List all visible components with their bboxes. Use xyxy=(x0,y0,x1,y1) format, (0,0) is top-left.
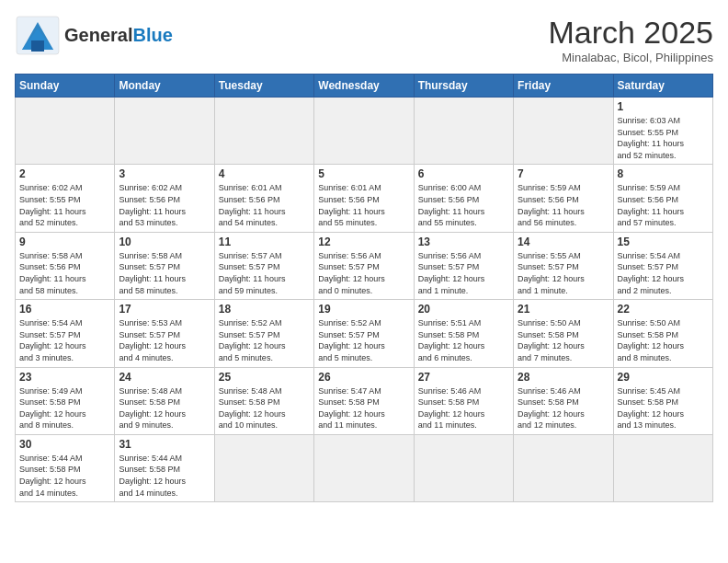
day-info: Sunrise: 5:53 AM Sunset: 5:57 PM Dayligh… xyxy=(119,317,210,363)
day-info: Sunrise: 5:54 AM Sunset: 5:57 PM Dayligh… xyxy=(618,250,709,296)
day-number: 5 xyxy=(318,167,409,180)
day-cell-13: 13Sunrise: 5:56 AM Sunset: 5:57 PM Dayli… xyxy=(414,232,513,299)
calendar-row: 30Sunrise: 5:44 AM Sunset: 5:58 PM Dayli… xyxy=(16,434,713,501)
empty-cell xyxy=(16,98,115,165)
day-cell-31: 31Sunrise: 5:44 AM Sunset: 5:58 PM Dayli… xyxy=(115,434,214,501)
day-info: Sunrise: 5:51 AM Sunset: 5:58 PM Dayligh… xyxy=(418,317,509,363)
day-number: 16 xyxy=(19,303,110,316)
weekday-saturday: Saturday xyxy=(613,75,712,98)
day-info: Sunrise: 5:44 AM Sunset: 5:58 PM Dayligh… xyxy=(19,453,110,499)
day-info: Sunrise: 5:52 AM Sunset: 5:57 PM Dayligh… xyxy=(219,317,310,363)
empty-cell xyxy=(514,434,613,501)
location: Minalabac, Bicol, Philippines xyxy=(548,51,713,64)
day-info: Sunrise: 6:00 AM Sunset: 5:56 PM Dayligh… xyxy=(418,182,509,228)
day-number: 9 xyxy=(19,236,110,248)
day-info: Sunrise: 5:50 AM Sunset: 5:58 PM Dayligh… xyxy=(618,317,709,363)
weekday-sunday: Sunday xyxy=(16,75,115,98)
empty-cell xyxy=(514,98,613,165)
day-number: 6 xyxy=(418,167,509,180)
day-number: 7 xyxy=(518,167,609,180)
day-info: Sunrise: 5:58 AM Sunset: 5:56 PM Dayligh… xyxy=(19,250,110,296)
calendar-row: 9Sunrise: 5:58 AM Sunset: 5:56 PM Daylig… xyxy=(16,232,713,299)
day-number: 21 xyxy=(518,303,609,316)
day-cell-14: 14Sunrise: 5:55 AM Sunset: 5:57 PM Dayli… xyxy=(514,232,613,299)
day-number: 14 xyxy=(518,236,609,248)
day-cell-11: 11Sunrise: 5:57 AM Sunset: 5:57 PM Dayli… xyxy=(214,232,313,299)
day-info: Sunrise: 5:46 AM Sunset: 5:58 PM Dayligh… xyxy=(518,385,609,431)
day-number: 13 xyxy=(418,236,509,248)
weekday-header-row: SundayMondayTuesdayWednesdayThursdayFrid… xyxy=(16,75,713,98)
calendar-row: 2Sunrise: 6:02 AM Sunset: 5:55 PM Daylig… xyxy=(16,165,713,232)
day-cell-23: 23Sunrise: 5:49 AM Sunset: 5:58 PM Dayli… xyxy=(16,367,115,434)
title-block: March 2025 Minalabac, Bicol, Philippines xyxy=(548,15,713,64)
day-info: Sunrise: 5:45 AM Sunset: 5:58 PM Dayligh… xyxy=(618,385,709,431)
day-info: Sunrise: 6:01 AM Sunset: 5:56 PM Dayligh… xyxy=(318,182,409,228)
day-cell-19: 19Sunrise: 5:52 AM Sunset: 5:57 PM Dayli… xyxy=(314,300,414,367)
day-number: 1 xyxy=(618,100,709,113)
day-number: 12 xyxy=(318,236,409,248)
empty-cell xyxy=(314,434,414,501)
day-cell-22: 22Sunrise: 5:50 AM Sunset: 5:58 PM Dayli… xyxy=(613,300,712,367)
day-cell-21: 21Sunrise: 5:50 AM Sunset: 5:58 PM Dayli… xyxy=(514,300,613,367)
calendar-row: 1Sunrise: 6:03 AM Sunset: 5:55 PM Daylig… xyxy=(16,98,713,165)
day-number: 19 xyxy=(318,303,409,316)
day-cell-15: 15Sunrise: 5:54 AM Sunset: 5:57 PM Dayli… xyxy=(613,232,712,299)
day-cell-3: 3Sunrise: 6:02 AM Sunset: 5:56 PM Daylig… xyxy=(115,165,214,232)
month-year: March 2025 xyxy=(548,15,713,51)
empty-cell xyxy=(414,98,513,165)
day-info: Sunrise: 5:59 AM Sunset: 5:56 PM Dayligh… xyxy=(618,182,709,228)
day-number: 22 xyxy=(618,303,709,316)
day-info: Sunrise: 5:58 AM Sunset: 5:57 PM Dayligh… xyxy=(119,250,210,296)
day-number: 10 xyxy=(119,236,210,248)
day-cell-10: 10Sunrise: 5:58 AM Sunset: 5:57 PM Dayli… xyxy=(115,232,214,299)
day-number: 3 xyxy=(119,167,210,180)
day-info: Sunrise: 5:50 AM Sunset: 5:58 PM Dayligh… xyxy=(518,317,609,363)
logo: GeneralBlue xyxy=(15,15,173,56)
calendar-row: 23Sunrise: 5:49 AM Sunset: 5:58 PM Dayli… xyxy=(16,367,713,434)
empty-cell xyxy=(115,98,214,165)
day-cell-4: 4Sunrise: 6:01 AM Sunset: 5:56 PM Daylig… xyxy=(214,165,313,232)
day-number: 18 xyxy=(219,303,310,316)
day-cell-9: 9Sunrise: 5:58 AM Sunset: 5:56 PM Daylig… xyxy=(16,232,115,299)
empty-cell xyxy=(214,434,313,501)
empty-cell xyxy=(414,434,513,501)
day-number: 4 xyxy=(219,167,310,180)
logo-general: General xyxy=(64,25,132,45)
day-cell-28: 28Sunrise: 5:46 AM Sunset: 5:58 PM Dayli… xyxy=(514,367,613,434)
day-number: 26 xyxy=(318,371,409,384)
day-cell-12: 12Sunrise: 5:56 AM Sunset: 5:57 PM Dayli… xyxy=(314,232,414,299)
day-info: Sunrise: 5:47 AM Sunset: 5:58 PM Dayligh… xyxy=(318,385,409,431)
calendar-table: SundayMondayTuesdayWednesdayThursdayFrid… xyxy=(15,74,713,502)
day-cell-2: 2Sunrise: 6:02 AM Sunset: 5:55 PM Daylig… xyxy=(16,165,115,232)
day-info: Sunrise: 5:56 AM Sunset: 5:57 PM Dayligh… xyxy=(318,250,409,296)
day-cell-6: 6Sunrise: 6:00 AM Sunset: 5:56 PM Daylig… xyxy=(414,165,513,232)
day-info: Sunrise: 6:01 AM Sunset: 5:56 PM Dayligh… xyxy=(219,182,310,228)
day-cell-30: 30Sunrise: 5:44 AM Sunset: 5:58 PM Dayli… xyxy=(16,434,115,501)
day-number: 20 xyxy=(418,303,509,316)
day-number: 15 xyxy=(618,236,709,248)
day-info: Sunrise: 5:44 AM Sunset: 5:58 PM Dayligh… xyxy=(119,453,210,499)
day-info: Sunrise: 5:55 AM Sunset: 5:57 PM Dayligh… xyxy=(518,250,609,296)
logo-icon xyxy=(15,15,61,56)
day-info: Sunrise: 5:59 AM Sunset: 5:56 PM Dayligh… xyxy=(518,182,609,228)
weekday-wednesday: Wednesday xyxy=(314,75,414,98)
weekday-tuesday: Tuesday xyxy=(214,75,313,98)
day-info: Sunrise: 5:54 AM Sunset: 5:57 PM Dayligh… xyxy=(19,317,110,363)
day-info: Sunrise: 5:49 AM Sunset: 5:58 PM Dayligh… xyxy=(19,385,110,431)
logo-text: GeneralBlue xyxy=(64,25,173,46)
day-cell-5: 5Sunrise: 6:01 AM Sunset: 5:56 PM Daylig… xyxy=(314,165,414,232)
calendar-row: 16Sunrise: 5:54 AM Sunset: 5:57 PM Dayli… xyxy=(16,300,713,367)
day-info: Sunrise: 6:02 AM Sunset: 5:56 PM Dayligh… xyxy=(119,182,210,228)
day-number: 24 xyxy=(119,371,210,384)
day-info: Sunrise: 5:46 AM Sunset: 5:58 PM Dayligh… xyxy=(418,385,509,431)
empty-cell xyxy=(214,98,313,165)
day-number: 2 xyxy=(19,167,110,180)
day-number: 8 xyxy=(618,167,709,180)
day-cell-8: 8Sunrise: 5:59 AM Sunset: 5:56 PM Daylig… xyxy=(613,165,712,232)
day-cell-25: 25Sunrise: 5:48 AM Sunset: 5:58 PM Dayli… xyxy=(214,367,313,434)
weekday-thursday: Thursday xyxy=(414,75,513,98)
day-cell-20: 20Sunrise: 5:51 AM Sunset: 5:58 PM Dayli… xyxy=(414,300,513,367)
day-number: 17 xyxy=(119,303,210,316)
day-info: Sunrise: 5:57 AM Sunset: 5:57 PM Dayligh… xyxy=(219,250,310,296)
empty-cell xyxy=(314,98,414,165)
